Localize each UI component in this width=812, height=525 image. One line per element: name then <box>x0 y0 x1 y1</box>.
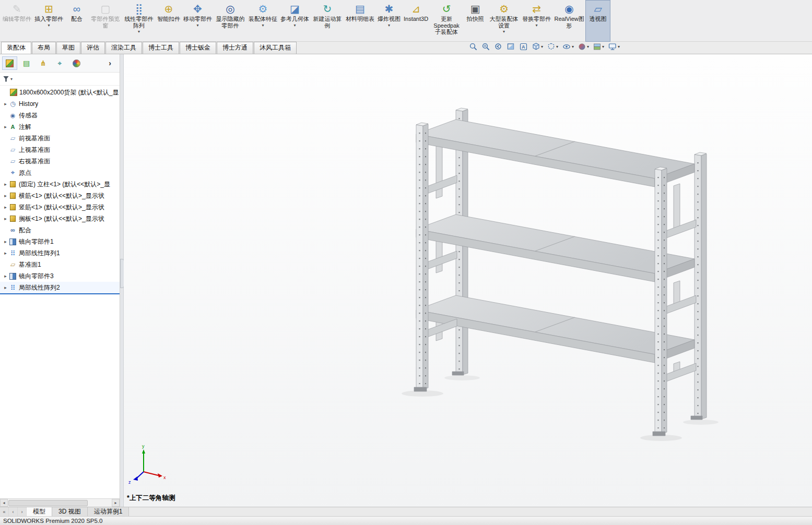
tab-scroll-left-icon[interactable]: ‹ <box>9 507 18 516</box>
toolbar-button-component-preview-window[interactable]: ▢零部件预览窗 <box>89 1 122 41</box>
tab-motion-study-1[interactable]: 运动算例1 <box>88 507 130 516</box>
tree-item-label: 基准面1 <box>19 260 41 269</box>
exploded-view-icon: ✱ <box>385 2 394 16</box>
tab-layout[interactable]: 布局 <box>32 42 56 54</box>
tree-item-mirror-component-3[interactable]: 镜向零部件3 <box>0 270 120 282</box>
realview-graphics-icon: ◉ <box>564 2 573 16</box>
toolbar-button-move-component[interactable]: ✥移动零部件 <box>182 1 214 41</box>
tree-item-label: 原点 <box>19 169 31 177</box>
tree-item-top-plane[interactable]: 上视基准面 <box>0 144 120 156</box>
expand-arrow-icon[interactable] <box>2 273 9 279</box>
tree-item-origin[interactable]: 原点 <box>0 167 120 178</box>
tree-item-assembly-root[interactable]: 1800x600x2000货架 (默认<默认_显 <box>0 87 120 98</box>
toolbar-button-realview-graphics[interactable]: ◉RealView图形 <box>552 1 586 41</box>
toolbar-button-new-motion-study[interactable]: ↻新建运动算例 <box>311 1 344 41</box>
tab-3d-views[interactable]: 3D 视图 <box>52 507 88 516</box>
zoom-area-icon[interactable] <box>481 42 490 51</box>
tab-evaluate[interactable]: 评估 <box>81 42 105 54</box>
property-manager-tab[interactable] <box>19 56 34 70</box>
tab-doctor-fangtong[interactable]: 博士方通 <box>217 42 253 54</box>
expand-arrow-icon[interactable] <box>2 182 9 187</box>
tab-scroll-right-icon[interactable]: › <box>18 507 27 516</box>
tree-item-right-plane[interactable]: 右视基准面 <box>0 156 120 167</box>
expand-arrow-icon[interactable] <box>2 193 9 198</box>
tab-scroll-first-icon[interactable]: « <box>0 507 9 516</box>
dynamic-annotation-views-icon[interactable]: A <box>519 42 528 51</box>
filter-dropdown-caret-icon[interactable]: ▾ <box>10 77 13 81</box>
edit-appearance-icon[interactable] <box>578 42 589 51</box>
tree-item-component-4[interactable]: 搁板<1> (默认<<默认>_显示状 <box>0 213 120 224</box>
tab-render-tools[interactable]: 渲染工具 <box>105 42 142 54</box>
tree-item-component-3[interactable]: 竖筋<1> (默认<<默认>_显示状 <box>0 201 120 213</box>
expand-arrow-icon[interactable] <box>2 216 9 221</box>
scroll-left-arrow-icon[interactable]: ◂ <box>0 499 8 507</box>
tab-assembly[interactable]: 装配体 <box>1 42 31 54</box>
toolbar-button-insert-components[interactable]: ⊞插入零部件 <box>33 1 65 41</box>
toolbar-button-bill-of-materials[interactable]: ▤材料明细表 <box>344 1 376 41</box>
svg-text:z: z <box>128 480 131 485</box>
shelf-rack-model[interactable]: y x z <box>124 54 812 507</box>
configuration-manager-tab[interactable] <box>36 56 51 70</box>
toolbar-button-take-snapshot[interactable]: ▣拍快照 <box>463 1 487 41</box>
tree-item-mates[interactable]: 配合 <box>0 224 120 236</box>
orientation-triad: y x z <box>128 444 166 485</box>
tree-horizontal-scrollbar[interactable]: ◂ ▸ <box>0 498 120 507</box>
expand-arrow-icon[interactable] <box>2 285 9 290</box>
section-view-icon[interactable] <box>507 42 515 51</box>
toolbar-button-edit-component[interactable]: ✎编辑零部件 <box>1 1 33 41</box>
expand-arrow-icon[interactable] <box>2 205 9 210</box>
display-manager-tab[interactable] <box>69 56 84 70</box>
expand-arrow-icon[interactable] <box>2 101 9 106</box>
toolbar-button-label: 新建运动算例 <box>312 16 343 29</box>
tab-doctor-sheetmetal[interactable]: 博士钣金 <box>180 42 216 54</box>
scrollbar-thumb[interactable] <box>8 500 88 506</box>
panel-splitter[interactable] <box>120 54 124 507</box>
filter-funnel-icon[interactable] <box>3 76 9 82</box>
expand-arrow-icon[interactable] <box>2 239 9 244</box>
toolbar-button-perspective[interactable]: ▱透视图 <box>586 1 610 41</box>
view-orientation-label: *上下二等角轴测 <box>127 494 175 503</box>
apply-scene-icon[interactable] <box>593 42 604 51</box>
zoom-to-fit-icon[interactable] <box>469 42 478 51</box>
toolbar-button-update-speedpak[interactable]: ↺更新Speedpak子装配体 <box>430 1 463 41</box>
toolbar-button-instant3d[interactable]: ⊿Instant3D <box>402 1 430 41</box>
scroll-right-arrow-icon[interactable]: ▸ <box>112 499 120 507</box>
tree-item-mirror-component-1[interactable]: 镜向零部件1 <box>0 236 120 247</box>
tree-item-linear-pattern-2[interactable]: 局部线性阵列2 <box>0 282 120 294</box>
toolbar-button-large-assembly-settings[interactable]: ⚙大型装配体设置 <box>487 1 521 41</box>
expand-arrow-icon[interactable] <box>2 124 9 129</box>
graphics-viewport[interactable]: y x z *上下二等角轴测 <box>124 54 812 507</box>
previous-view-icon[interactable] <box>494 42 503 51</box>
tree-item-linear-pattern-1[interactable]: 局部线性阵列1 <box>0 247 120 259</box>
hide-show-items-icon[interactable] <box>562 42 574 51</box>
tab-mufeng-toolbox[interactable]: 沐风工具箱 <box>254 42 297 54</box>
tree-item-history[interactable]: History <box>0 98 120 110</box>
toolbar-button-assembly-features[interactable]: ⚙装配体特征 <box>247 1 279 41</box>
insert-components-icon: ⊞ <box>44 2 53 16</box>
toolbar-button-reference-geometry[interactable]: ◪参考几何体 <box>279 1 311 41</box>
tab-model[interactable]: 模型 <box>27 507 52 516</box>
toolbar-button-linear-component-pattern[interactable]: ⣿线性零部件阵列 <box>122 1 156 41</box>
tree-item-component-2[interactable]: 横筋<1> (默认<<默认>_显示状 <box>0 190 120 201</box>
toolbar-button-replace-components[interactable]: ⇄替换零部件 <box>521 1 552 41</box>
sensors-folder-icon <box>9 112 17 120</box>
tree-item-plane-1[interactable]: 基准面1 <box>0 259 120 270</box>
tree-item-front-plane[interactable]: 前视基准面 <box>0 133 120 144</box>
expand-arrow-icon[interactable] <box>2 250 9 256</box>
tree-item-annotations[interactable]: 注解 <box>0 121 120 133</box>
display-style-icon[interactable] <box>547 42 558 51</box>
tree-item-component-1[interactable]: (固定) 立柱<1> (默认<<默认>_显 <box>0 178 120 190</box>
toolbar-button-exploded-view[interactable]: ✱爆炸视图 <box>376 1 402 41</box>
toolbar-button-show-hidden-components[interactable]: ◎显示隐藏的零部件 <box>214 1 247 41</box>
tree-item-sensors[interactable]: 传感器 <box>0 110 120 121</box>
toolbar-button-mate[interactable]: ∞配合 <box>65 1 89 41</box>
tab-doctor-tools[interactable]: 博士工具 <box>143 42 179 54</box>
component-preview-window-icon: ▢ <box>101 2 111 16</box>
tab-sketch[interactable]: 草图 <box>56 42 80 54</box>
view-orientation-icon[interactable] <box>532 42 543 51</box>
toolbar-button-smart-fasteners[interactable]: ⊕智能扣件 <box>156 1 182 41</box>
view-settings-icon[interactable] <box>608 42 620 51</box>
expand-panel-arrow-icon[interactable] <box>102 56 117 70</box>
dimxpert-manager-tab[interactable] <box>52 56 67 70</box>
feature-manager-tab[interactable] <box>2 56 17 70</box>
